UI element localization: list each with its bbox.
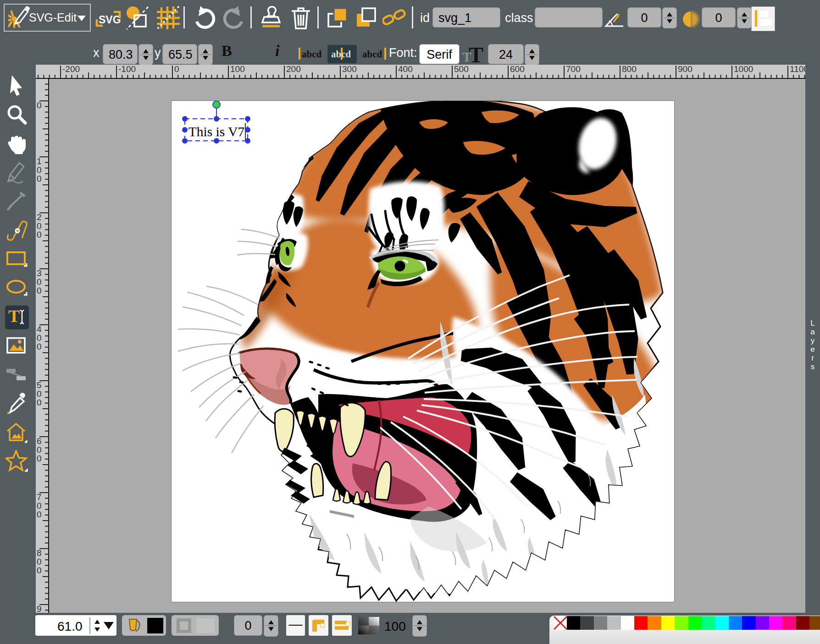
svg-text:1100: 1100 <box>790 65 805 74</box>
svg-text:This is V7: This is V7 <box>188 124 244 139</box>
svg-text:0: 0 <box>37 333 42 343</box>
svg-text:0: 0 <box>37 221 42 231</box>
svg-text:600: 600 <box>510 65 525 74</box>
svg-text:0: 0 <box>37 557 42 566</box>
svg-text:100: 100 <box>230 65 245 74</box>
svg-text:SVG: SVG <box>99 14 121 26</box>
svg-text:0: 0 <box>37 389 42 399</box>
svg-text:T: T <box>8 306 20 326</box>
svg-text:5: 5 <box>37 380 42 390</box>
svg-text:1000: 1000 <box>734 65 753 74</box>
svg-text:0: 0 <box>37 398 42 407</box>
svg-text:abcd: abcd <box>302 49 322 60</box>
svg-text:900: 900 <box>678 65 693 74</box>
svg-text:500: 500 <box>454 65 469 74</box>
svg-text:0: 0 <box>37 165 42 175</box>
svg-text:T: T <box>469 43 483 65</box>
svg-text:0: 0 <box>37 174 42 183</box>
svg-text:7: 7 <box>37 492 42 502</box>
svg-text:9: 9 <box>37 604 42 613</box>
svg-text:200: 200 <box>286 65 301 74</box>
svg-text:0: 0 <box>37 277 42 287</box>
svg-text:0: 0 <box>37 501 42 511</box>
svg-text:-100: -100 <box>118 65 136 74</box>
svg-text:0: 0 <box>37 230 42 239</box>
svg-text:0: 0 <box>37 286 42 295</box>
svg-text:abcd: abcd <box>362 49 382 60</box>
svg-text:0: 0 <box>174 65 179 74</box>
svg-text:0: 0 <box>37 510 42 519</box>
svg-text:800: 800 <box>622 65 637 74</box>
svg-text:300: 300 <box>342 65 357 74</box>
svg-text:0: 0 <box>37 342 42 351</box>
svg-text:2: 2 <box>37 212 42 222</box>
svg-text:-200: -200 <box>62 65 80 74</box>
svg-text:3: 3 <box>37 268 42 278</box>
svg-text:400: 400 <box>398 65 413 74</box>
svg-text:700: 700 <box>566 65 581 74</box>
svg-text:6: 6 <box>37 436 42 446</box>
svg-text:0: 0 <box>37 445 42 455</box>
svg-text:abcd: abcd <box>331 49 351 60</box>
svg-text:8: 8 <box>37 548 42 558</box>
svg-text:0: 0 <box>37 100 42 110</box>
svg-text:4: 4 <box>37 324 42 334</box>
svg-text:0: 0 <box>37 454 42 463</box>
svg-text:1: 1 <box>37 156 42 166</box>
svg-text:0: 0 <box>37 566 42 575</box>
